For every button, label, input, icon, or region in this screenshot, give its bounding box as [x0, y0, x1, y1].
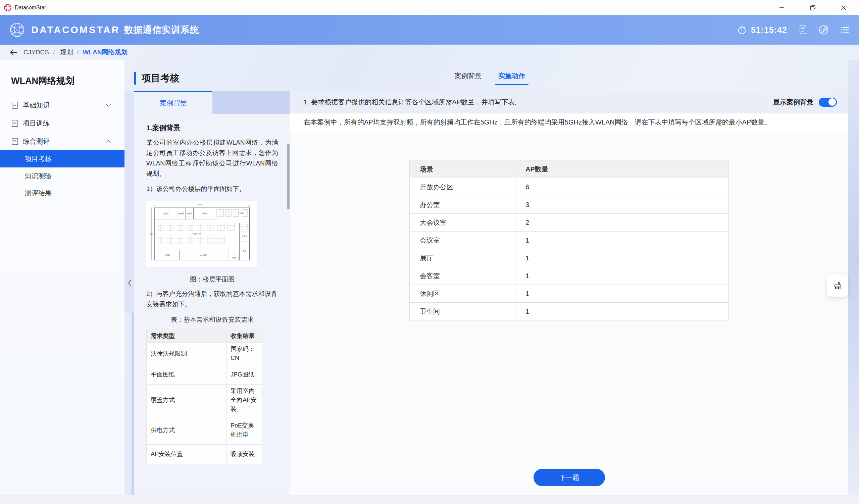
- table-row: 会客室 1: [410, 267, 729, 285]
- table-row: 会议室 1: [410, 231, 729, 249]
- menu-list-icon[interactable]: [840, 25, 849, 35]
- table-row: 办公室 3: [410, 196, 729, 214]
- report-icon[interactable]: [798, 25, 808, 35]
- tools-icon[interactable]: [819, 25, 829, 35]
- ap-count-cell[interactable]: 2: [515, 214, 729, 231]
- req-value-cell: 采用室内全向AP安装: [226, 384, 262, 416]
- floorplan-image: 100m 50m 卫生间 储物间 弱电间 休闲区: [146, 201, 257, 267]
- sidebar-item-basics[interactable]: 基础知识: [0, 96, 124, 114]
- table-row: 休闲区 1: [410, 285, 729, 303]
- restore-button[interactable]: [797, 0, 828, 15]
- req-type-cell: 供电方式: [147, 416, 226, 445]
- right-edge-strip: [848, 60, 859, 504]
- answer-area: 场景 AP数量 开放办公区 6 办公室 3 大会议室 2 会议室 1: [290, 131, 848, 459]
- svg-text:100m: 100m: [197, 204, 202, 206]
- brand-subtitle: 数据通信实训系统: [124, 24, 199, 36]
- sidebar-subitem-label: 测评结果: [25, 188, 52, 198]
- table-header-row: 场景 AP数量: [410, 161, 729, 178]
- sidebar-subitem-knowledge-quiz[interactable]: 知识测验: [0, 167, 124, 185]
- window-title: DatacomStar: [15, 5, 46, 11]
- column-header-ap-count: AP数量: [515, 161, 729, 178]
- sidebar-title: WLAN网络规划: [11, 75, 124, 87]
- case-paragraph: 某公司的室内办公楼层拟建WLAN网络，为满足公司员工移动办公及访客上网需求，您作…: [146, 137, 278, 179]
- session-timer: 51:15:42: [737, 25, 787, 35]
- table-row: 开放办公区 6: [410, 178, 729, 196]
- ap-count-cell[interactable]: 3: [515, 196, 729, 214]
- ap-count-cell[interactable]: 6: [515, 178, 729, 196]
- breadcrumb-current: WLAN网络规划: [83, 48, 127, 57]
- breadcrumb-separator: /: [53, 49, 55, 56]
- svg-text:开放办公区: 开放办公区: [192, 232, 202, 235]
- os-titlebar: DatacomStar: [0, 0, 859, 15]
- minimize-button[interactable]: [766, 0, 797, 15]
- footer: 下一题: [290, 459, 848, 495]
- ap-count-cell[interactable]: 1: [515, 285, 729, 303]
- tab-implementation[interactable]: 实施动作: [498, 72, 525, 85]
- svg-text:展厅: 展厅: [243, 250, 247, 252]
- tab-case-background[interactable]: 案例背景: [455, 72, 482, 85]
- ap-count-cell[interactable]: 1: [515, 249, 729, 267]
- document-icon: [12, 120, 18, 127]
- sidebar-item-assessment[interactable]: 综合测评: [0, 132, 124, 150]
- table-row: 覆盖方式 采用室内全向AP安装: [147, 384, 262, 416]
- sidebar-subitem-label: 项目考核: [25, 154, 52, 164]
- show-case-background-toggle[interactable]: [819, 98, 837, 107]
- scene-cell: 办公室: [410, 196, 515, 214]
- sidebar-item-label: 项目训练: [23, 119, 50, 128]
- svg-text:办公室: 办公室: [238, 212, 243, 214]
- ap-count-cell[interactable]: 1: [515, 303, 729, 320]
- brand-name: DATACOMSTAR: [31, 25, 120, 35]
- svg-text:大会议室: 大会议室: [199, 254, 207, 256]
- collapse-panel-handle[interactable]: [124, 91, 134, 314]
- scene-cell: 开放办公区: [410, 178, 515, 196]
- case-panel-scrollbar[interactable]: [287, 143, 290, 209]
- req-type-cell: 覆盖方式: [147, 384, 226, 416]
- req-type-cell: 法律法规限制: [147, 342, 226, 365]
- sidebar-item-training[interactable]: 项目训练: [0, 114, 124, 132]
- document-icon: [12, 102, 18, 109]
- ap-count-cell[interactable]: 1: [515, 267, 729, 285]
- toggle-group: 显示案例背景: [773, 98, 837, 107]
- question-panel: 1. 要求根据客户提供的相关信息计算各个区域所需AP数量，并填写下表。 显示案例…: [290, 91, 848, 495]
- breadcrumb-section[interactable]: 规划: [60, 48, 73, 57]
- case-panel-tabbar: 案例背景: [134, 91, 290, 114]
- breadcrumb-separator: /: [77, 49, 78, 56]
- table-row: 法律法规限制 国家码：CN: [147, 342, 262, 365]
- floorplan-drawing: 100m 50m 卫生间 储物间 弱电间 休闲区: [148, 203, 255, 265]
- application-window: DatacomStar: [0, 0, 859, 504]
- brush-icon: [833, 280, 843, 291]
- case-panel-tab[interactable]: 案例背景: [134, 91, 212, 114]
- question-note: 在本案例中，所有的AP均支持双射频，所有的射频均工作在5GHz，且所有的终端均采…: [290, 113, 848, 131]
- figure-caption: 图：楼层平面图: [146, 275, 278, 284]
- case-panel-tabbar-filler: [212, 91, 290, 114]
- scene-cell: 休闲区: [410, 285, 515, 303]
- req-value-cell: PoE交换机供电: [226, 416, 262, 445]
- scene-cell: 会议室: [410, 231, 515, 249]
- req-table-caption: 表：基本需求和设备安装需求: [146, 316, 278, 324]
- svg-text:会议室: 会议室: [164, 254, 170, 256]
- svg-text:卫生间: 卫生间: [163, 212, 168, 215]
- column-header: 需求类型: [147, 329, 226, 342]
- sidebar-subitem-project-exam[interactable]: 项目考核: [0, 150, 124, 167]
- case-point-2: 2）与客户充分沟通后，获取的基本需求和设备安装需求如下。: [146, 289, 278, 309]
- scene-cell: 卫生间: [410, 303, 515, 320]
- clear-brush-button[interactable]: [827, 274, 848, 296]
- next-question-button[interactable]: 下一题: [533, 469, 605, 486]
- svg-text:50m: 50m: [150, 233, 153, 235]
- breadcrumb-root[interactable]: CJYDCS: [24, 49, 49, 56]
- sidebar-subitem-results[interactable]: 测评结果: [0, 185, 124, 202]
- close-button[interactable]: [828, 0, 859, 15]
- back-arrow-icon[interactable]: [10, 48, 18, 57]
- ap-count-cell[interactable]: 1: [515, 231, 729, 249]
- document-icon: [12, 138, 18, 145]
- table-header-row: 需求类型 收集结果: [147, 329, 262, 342]
- table-row: 大会议室 2: [410, 214, 729, 231]
- window-controls: [766, 0, 859, 15]
- appbar-actions: 51:15:42: [737, 15, 849, 45]
- table-row: 平面图纸 JPG图纸: [147, 365, 262, 384]
- column-header-scene: 场景: [410, 161, 515, 178]
- requirements-table: 需求类型 收集结果 法律法规限制 国家码：CN 平面图纸 JPG图纸 覆盖方式 …: [146, 329, 262, 464]
- sidebar-item-label: 基础知识: [23, 101, 50, 110]
- svg-text:休闲区: 休闲区: [202, 212, 208, 215]
- page-title: 项目考核: [141, 72, 179, 85]
